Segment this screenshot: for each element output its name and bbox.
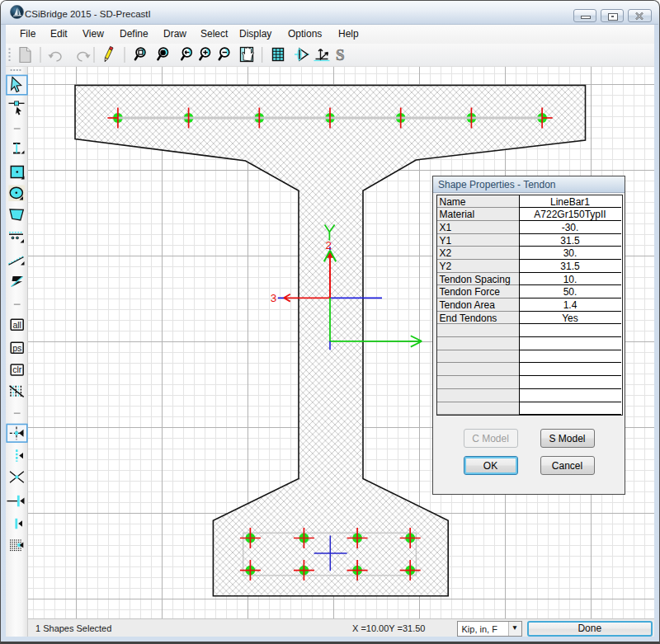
svg-text:all: all: [12, 320, 21, 330]
svg-text:S: S: [336, 46, 345, 63]
svg-text:2: 2: [326, 239, 332, 251]
svg-text:ps: ps: [12, 343, 21, 353]
svg-text:clr: clr: [12, 364, 22, 374]
svg-text:3: 3: [271, 292, 277, 304]
